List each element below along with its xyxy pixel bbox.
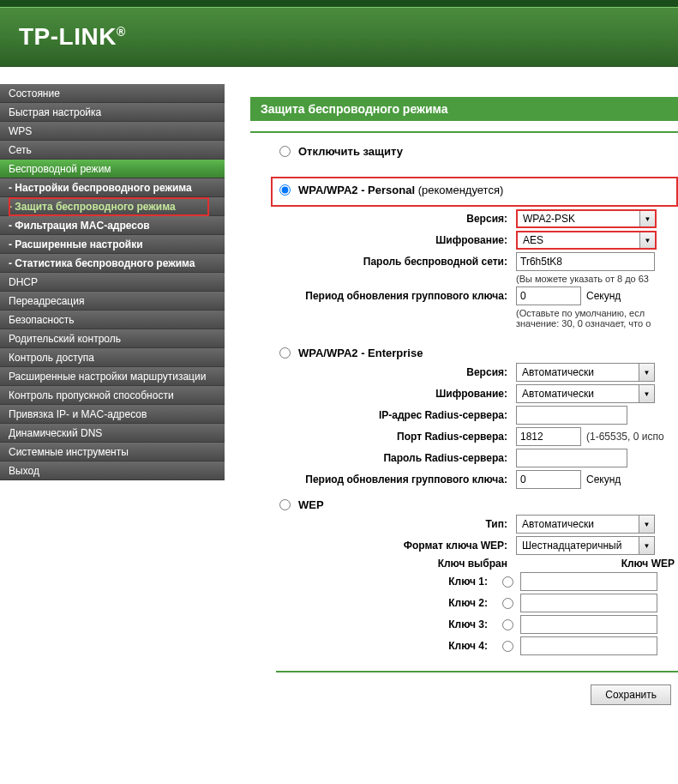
label-wep-keyfmt: Формат ключа WEP: (276, 540, 516, 552)
label-key2: Ключ 2: (276, 597, 495, 609)
option-disable-row: Отключить защиту (276, 145, 678, 158)
chevron-down-icon: ▼ (639, 232, 655, 248)
sidebar: Состояние Быстрая настройка WPS Сеть Бес… (0, 67, 225, 705)
nav-advanced[interactable]: - Расширенные настройки (0, 235, 225, 254)
label-cipher: Шифрование: (276, 234, 516, 246)
input-ent-gkup[interactable] (516, 470, 581, 489)
nav-wps[interactable]: WPS (0, 122, 225, 141)
label-ent-version: Версия: (276, 366, 516, 378)
chevron-down-icon: ▼ (639, 537, 654, 554)
save-button[interactable]: Сохранить (591, 684, 671, 705)
nav-ddns[interactable]: Динамический DNS (0, 424, 225, 443)
nav-wireless-security[interactable]: - Защита беспроводного режима (0, 197, 225, 216)
radio-key2[interactable] (502, 598, 513, 609)
label-radius-pass: Пароль Radius-сервера: (276, 452, 516, 464)
nav-logout[interactable]: Выход (0, 461, 225, 480)
header-wep-key: Ключ WEP (516, 558, 678, 570)
nav-security[interactable]: Безопасность (0, 311, 225, 329)
header-bar: TP-LINK® (0, 7, 678, 67)
option-enterprise-row: WPA/WPA2 - Enterprise (276, 347, 678, 359)
nav-system-tools[interactable]: Системные инструменты (0, 443, 225, 461)
label-gkup: Период обновления группового ключа: (276, 290, 516, 302)
nav-routing[interactable]: Расширенные настройки маршрутизации (0, 367, 225, 386)
label-radius-ip: IP-адрес Radius-сервера: (276, 409, 516, 421)
label-key4: Ключ 4: (276, 640, 495, 652)
nav-dhcp[interactable]: DHCP (0, 273, 225, 292)
label-ent-cipher: Шифрование: (276, 388, 516, 400)
radio-wpa-personal[interactable] (279, 184, 291, 196)
nav-network[interactable]: Сеть (0, 141, 225, 160)
select-ent-cipher[interactable]: Автоматически ▼ (516, 384, 655, 403)
chevron-down-icon: ▼ (639, 211, 655, 226)
hint-gkup: (Оставьте по умолчанию, есл значение: 30… (516, 308, 678, 329)
label-version: Версия: (276, 213, 516, 225)
chevron-down-icon: ▼ (639, 516, 654, 533)
chevron-down-icon: ▼ (639, 385, 654, 402)
input-radius-port[interactable] (516, 427, 581, 446)
nav-wireless-settings[interactable]: - Настройки беспроводного режима (0, 178, 225, 197)
input-gkup[interactable] (516, 286, 581, 305)
nav-forwarding[interactable]: Переадресация (0, 292, 225, 311)
nav-status[interactable]: Состояние (0, 84, 225, 103)
nav-access-control[interactable]: Контроль доступа (0, 348, 225, 367)
option-personal-label: WPA/WPA2 - Personal (рекомендуется) (298, 184, 503, 196)
nav-mac-filter[interactable]: - Фильтрация MAC-адресов (0, 216, 225, 235)
select-wep-type[interactable]: Автоматически ▼ (516, 515, 655, 534)
label-wifi-password: Пароль беспроводной сети: (276, 256, 516, 268)
radio-disable[interactable] (279, 146, 291, 157)
input-key2[interactable] (520, 594, 657, 612)
option-disable-label: Отключить защиту (298, 145, 403, 158)
select-cipher[interactable]: AES ▼ (516, 231, 657, 250)
option-personal-row: WPA/WPA2 - Personal (рекомендуется) (276, 184, 673, 196)
radio-wpa-enterprise[interactable] (279, 347, 291, 359)
nav-ip-mac-bind[interactable]: Привязка IP- и MAC-адресов (0, 405, 225, 424)
label-key3: Ключ 3: (276, 618, 495, 630)
radio-wep[interactable] (279, 499, 291, 510)
radio-key4[interactable] (502, 641, 513, 652)
chevron-down-icon: ▼ (639, 364, 654, 381)
input-wifi-password[interactable] (516, 252, 655, 271)
select-ent-version[interactable]: Автоматически ▼ (516, 363, 655, 382)
radio-key3[interactable] (502, 619, 513, 630)
label-key1: Ключ 1: (276, 576, 495, 588)
select-wep-keyfmt[interactable]: Шестнадцатеричный ▼ (516, 536, 655, 555)
select-version[interactable]: WPA2-PSK ▼ (516, 209, 657, 228)
input-radius-pass[interactable] (516, 449, 627, 467)
input-radius-ip[interactable] (516, 406, 627, 425)
label-wep-type: Тип: (276, 518, 516, 530)
label-radius-port: Порт Radius-сервера: (276, 431, 516, 443)
nav-wireless[interactable]: Беспроводной режим (0, 160, 225, 178)
input-key3[interactable] (520, 615, 657, 634)
radio-key1[interactable] (502, 576, 513, 588)
hint-password: (Вы можете указать от 8 до 63 (516, 274, 678, 284)
option-wep-label: WEP (298, 498, 324, 511)
nav-parental[interactable]: Родительский контроль (0, 329, 225, 348)
nav-quick-setup[interactable]: Быстрая настройка (0, 103, 225, 122)
option-enterprise-label: WPA/WPA2 - Enterprise (298, 347, 423, 359)
brand-logo: TP-LINK® (19, 23, 126, 51)
top-strip (0, 0, 678, 7)
input-key4[interactable] (520, 636, 657, 655)
content-area: Защита беспроводного режима Отключить за… (250, 67, 678, 705)
label-wep-selected: Ключ выбран (276, 558, 516, 570)
wpa-personal-highlight: WPA/WPA2 - Personal (рекомендуется) (271, 177, 678, 207)
label-ent-gkup: Период обновления группового ключа: (276, 473, 516, 485)
nav-bandwidth[interactable]: Контроль пропускной способности (0, 386, 225, 405)
page-title: Защита беспроводного режима (250, 97, 678, 121)
input-key1[interactable] (520, 572, 657, 591)
nav-wireless-stats[interactable]: - Статистика беспроводного режима (0, 254, 225, 273)
option-wep-row: WEP (276, 498, 678, 511)
